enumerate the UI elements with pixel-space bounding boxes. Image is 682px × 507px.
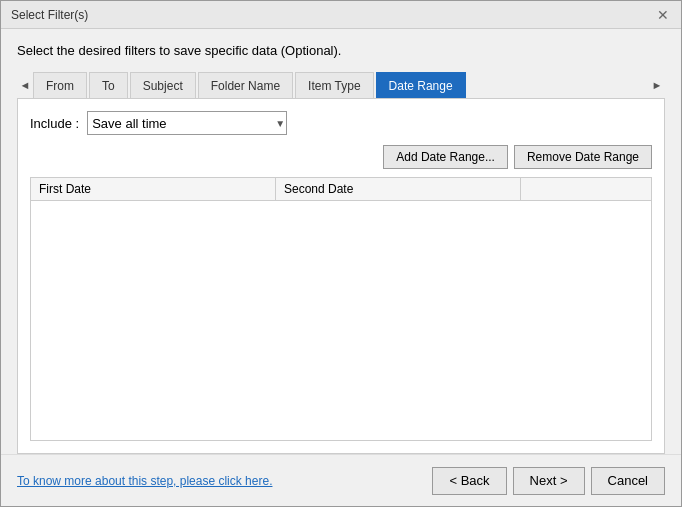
tabs-scroll: From To Subject Folder Name Item Type Da…	[33, 72, 649, 98]
cancel-button[interactable]: Cancel	[591, 467, 665, 495]
second-date-column-header: Second Date	[276, 178, 521, 200]
tab-date-range[interactable]: Date Range	[376, 72, 466, 98]
date-buttons: Add Date Range... Remove Date Range	[30, 145, 652, 169]
tab-folder-name[interactable]: Folder Name	[198, 72, 293, 98]
tabs-container: ◄ From To Subject Folder Name Item Type	[17, 72, 665, 99]
dialog-title: Select Filter(s)	[11, 8, 88, 22]
next-button[interactable]: Next >	[513, 467, 585, 495]
tab-to[interactable]: To	[89, 72, 128, 98]
date-table-header: First Date Second Date	[31, 178, 651, 201]
content-panel: Include : Save all timeCustom Date Range…	[17, 99, 665, 454]
tab-from[interactable]: From	[33, 72, 87, 98]
help-link[interactable]: To know more about this step, please cli…	[17, 474, 272, 488]
tab-subject[interactable]: Subject	[130, 72, 196, 98]
back-button[interactable]: < Back	[432, 467, 506, 495]
title-bar: Select Filter(s) ✕	[1, 1, 681, 29]
dialog-footer: To know more about this step, please cli…	[1, 454, 681, 506]
tab-right-arrow[interactable]: ►	[649, 72, 665, 98]
instruction-text: Select the desired filters to save speci…	[17, 43, 665, 58]
close-button[interactable]: ✕	[655, 7, 671, 23]
tab-left-arrow[interactable]: ◄	[17, 72, 33, 98]
dialog-body: Select the desired filters to save speci…	[1, 29, 681, 454]
extra-column-header	[521, 178, 651, 200]
include-label: Include :	[30, 116, 79, 131]
include-select-wrapper: Save all timeCustom Date Range ▼	[87, 111, 287, 135]
include-row: Include : Save all timeCustom Date Range…	[30, 111, 652, 135]
footer-buttons: < Back Next > Cancel	[432, 467, 665, 495]
date-table-body	[31, 201, 651, 437]
first-date-column-header: First Date	[31, 178, 276, 200]
tab-item-type[interactable]: Item Type	[295, 72, 373, 98]
include-select[interactable]: Save all timeCustom Date Range	[87, 111, 287, 135]
remove-date-range-button[interactable]: Remove Date Range	[514, 145, 652, 169]
dialog: Select Filter(s) ✕ Select the desired fi…	[0, 0, 682, 507]
add-date-range-button[interactable]: Add Date Range...	[383, 145, 508, 169]
date-table: First Date Second Date	[30, 177, 652, 441]
